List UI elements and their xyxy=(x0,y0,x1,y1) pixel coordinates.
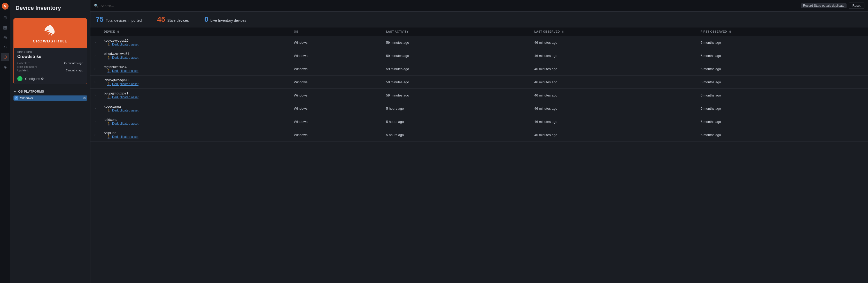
dedup-icon: 🚶 xyxy=(107,43,111,46)
table-row: › rvlljdunh 🚶 Deduplicated asset Windows… xyxy=(90,128,868,142)
next-exec-value: -- xyxy=(82,65,83,68)
device-cell: rvlljdunh 🚶 Deduplicated asset xyxy=(101,128,291,142)
dedup-link[interactable]: 🚶 Deduplicated asset xyxy=(107,56,287,59)
devices-icon[interactable]: ⬡ xyxy=(1,53,9,61)
search-icon: 🔍 xyxy=(94,4,98,8)
expand-button[interactable]: › xyxy=(94,106,97,111)
col-first-observed[interactable]: First Observed ⇅ xyxy=(698,27,868,36)
col-last-activity[interactable]: Last Activity ↓ xyxy=(383,27,531,36)
dedup-link[interactable]: 🚶 Deduplicated asset xyxy=(107,108,287,112)
reports-icon[interactable]: ◈ xyxy=(1,63,9,71)
dedup-link[interactable]: 🚶 Deduplicated asset xyxy=(107,69,287,73)
device-table: Device ⇅ OS Last Activity ↓ Last Observe… xyxy=(90,27,868,142)
expand-cell: › xyxy=(90,128,101,142)
expand-cell: › xyxy=(90,36,101,49)
table-row: › icbwxqtwbeqv98 🚶 Deduplicated asset Wi… xyxy=(90,76,868,89)
card-actions: ✓ Configure ⚙ xyxy=(17,75,83,81)
last-observed-cell: 46 minutes ago xyxy=(531,36,698,49)
integration-card: CROWDSTRIKE EPP & EDR Crowdstrike Collec… xyxy=(13,18,87,84)
expand-button[interactable]: › xyxy=(94,133,97,137)
next-exec-label: Next execution: xyxy=(17,65,37,68)
last-activity-cell: 5 hours ago xyxy=(383,115,531,128)
activity-icon[interactable]: ↻ xyxy=(1,43,9,51)
main-content: 🔍 Record State equals duplicate Reset 75… xyxy=(90,0,868,283)
dedup-label: Deduplicated asset xyxy=(112,43,138,46)
configure-button[interactable]: Configure ⚙ xyxy=(25,77,44,81)
col-device[interactable]: Device ⇅ xyxy=(101,27,291,36)
expand-cell: › xyxy=(90,62,101,76)
expand-button[interactable]: › xyxy=(94,80,97,84)
expand-button[interactable]: › xyxy=(94,53,97,58)
grid-icon[interactable]: ▦ xyxy=(1,23,9,32)
search-nav-icon[interactable]: ◎ xyxy=(1,33,9,41)
card-info: EPP & EDR Crowdstrike Collected: 45 minu… xyxy=(14,48,87,84)
live-label: Live Inventory devices xyxy=(210,18,246,23)
expand-button[interactable]: › xyxy=(94,66,97,71)
search-input[interactable] xyxy=(100,4,799,8)
dedup-link[interactable]: 🚶 Deduplicated asset xyxy=(107,135,287,139)
device-name: kedyzsvydgsx10 xyxy=(104,38,128,43)
dedup-link[interactable]: 🚶 Deduplicated asset xyxy=(107,43,287,46)
dedup-label: Deduplicated asset xyxy=(112,135,138,139)
table-row: › oihcdwzchkwb54 🚶 Deduplicated asset Wi… xyxy=(90,49,868,62)
expand-button[interactable]: › xyxy=(94,40,97,45)
stats-bar: 75 Total devices imported 45 Stale devic… xyxy=(90,12,868,27)
col-expand xyxy=(90,27,101,36)
col-os: OS xyxy=(291,27,383,36)
expand-button[interactable]: › xyxy=(94,119,97,124)
dedup-icon: 🚶 xyxy=(107,135,111,139)
last-observed-cell: 46 minutes ago xyxy=(531,76,698,89)
total-label: Total devices imported xyxy=(106,18,142,23)
svg-text:V: V xyxy=(4,4,6,8)
device-cell: kedyzsvydgsx10 🚶 Deduplicated asset xyxy=(101,36,291,49)
os-platforms-header[interactable]: ▼ OS Platforms xyxy=(13,90,87,93)
collected-row: Collected: 45 minutes ago xyxy=(17,62,83,65)
table-row: › mgfabuxafiuz32 🚶 Deduplicated asset Wi… xyxy=(90,62,868,76)
os-windows-checkbox[interactable]: ✓ xyxy=(14,96,18,100)
dedup-label: Deduplicated asset xyxy=(112,69,138,73)
dedup-label: Deduplicated asset xyxy=(112,56,138,59)
last-activity-cell: 59 minutes ago xyxy=(383,49,531,62)
stale-label: Stale devices xyxy=(167,18,189,23)
app-logo: V xyxy=(2,3,9,10)
expand-cell: › xyxy=(90,76,101,89)
first-observed-cell: 6 months ago xyxy=(698,89,868,102)
table-row: › kedyzsvydgsx10 🚶 Deduplicated asset Wi… xyxy=(90,36,868,49)
device-name: bvupqjmpuxjo21 xyxy=(104,91,128,95)
last-activity-sort-icon: ↓ xyxy=(410,30,411,33)
expand-cell: › xyxy=(90,102,101,115)
dedup-link[interactable]: 🚶 Deduplicated asset xyxy=(107,95,287,99)
reset-button[interactable]: Reset xyxy=(848,3,864,9)
status-dot: ✓ xyxy=(17,76,23,81)
updated-label: Updated: xyxy=(17,69,29,72)
collected-label: Collected: xyxy=(17,62,30,65)
updated-row: Updated: 7 months ago xyxy=(17,69,83,72)
home-icon[interactable]: ⊞ xyxy=(1,13,9,22)
device-name: icbwxqtwbeqv98 xyxy=(104,78,128,82)
stale-count: 45 xyxy=(157,15,165,24)
device-sort-icon: ⇅ xyxy=(117,30,119,33)
os-cell: Windows xyxy=(291,102,383,115)
last-observed-cell: 46 minutes ago xyxy=(531,128,698,142)
crowdstrike-logo: CROWDSTRIKE xyxy=(33,24,68,43)
expand-button[interactable]: › xyxy=(94,93,97,97)
configure-label: Configure xyxy=(25,77,39,81)
device-cell: oihcdwzchkwb54 🚶 Deduplicated asset xyxy=(101,49,291,62)
os-windows-label: Windows xyxy=(20,96,81,100)
dedup-icon: 🚶 xyxy=(107,69,111,73)
first-observed-cell: 6 months ago xyxy=(698,49,868,62)
dedup-icon: 🚶 xyxy=(107,82,111,86)
page-title: Device Inventory xyxy=(16,5,85,11)
table-row: › lpffdxohb 🚶 Deduplicated asset Windows… xyxy=(90,115,868,128)
icon-rail: V ⊞ ▦ ◎ ↻ ⬡ ◈ xyxy=(0,0,10,283)
dedup-link[interactable]: 🚶 Deduplicated asset xyxy=(107,82,287,86)
expand-cell: › xyxy=(90,115,101,128)
total-devices-stat: 75 Total devices imported xyxy=(96,15,142,24)
filter-tag: Record State equals duplicate xyxy=(801,3,846,8)
os-cell: Windows xyxy=(291,128,383,142)
col-last-observed[interactable]: Last Observed ⇅ xyxy=(531,27,698,36)
dedup-link[interactable]: 🚶 Deduplicated asset xyxy=(107,121,287,125)
card-name: Crowdstrike xyxy=(17,54,83,59)
os-windows-item[interactable]: ✓ Windows 75 xyxy=(13,95,87,101)
card-banner: CROWDSTRIKE xyxy=(14,19,87,48)
